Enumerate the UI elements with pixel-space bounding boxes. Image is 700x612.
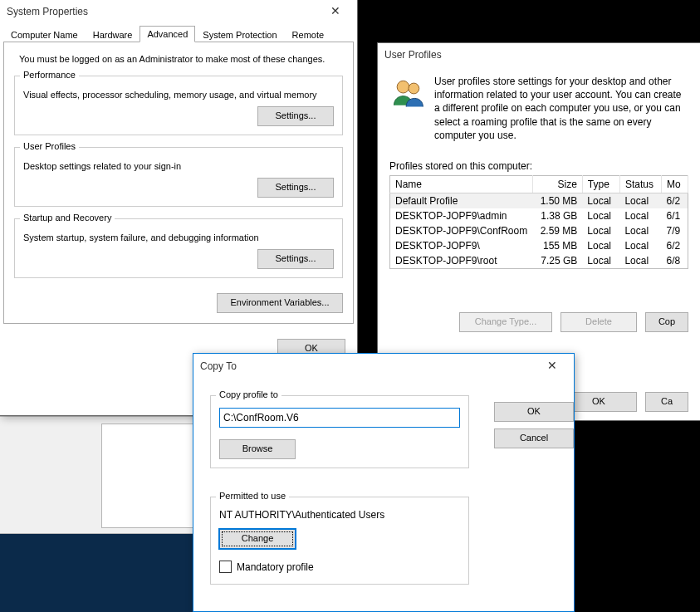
- cell-size: 2.59 MB: [532, 223, 582, 238]
- user-profiles-cancel-button[interactable]: Ca: [645, 392, 688, 412]
- titlebar-copy-to[interactable]: Copy To ✕: [193, 354, 574, 379]
- tabs-system-properties: Computer Name Hardware Advanced System P…: [0, 23, 357, 42]
- users-icon: [389, 75, 426, 111]
- change-type-button[interactable]: Change Type...: [459, 312, 552, 332]
- cell-modified: 6/2: [662, 238, 688, 253]
- cell-modified: 6/8: [662, 253, 688, 269]
- tab-hardware[interactable]: Hardware: [86, 27, 140, 42]
- title-user-profiles: User Profiles: [384, 49, 695, 61]
- cell-size: 7.25 GB: [532, 253, 582, 269]
- delete-button[interactable]: Delete: [560, 312, 637, 332]
- cell-name: DESKTOP-JOPF9\root: [390, 253, 533, 269]
- mandatory-profile-label: Mandatory profile: [237, 561, 314, 573]
- close-icon[interactable]: ✕: [536, 357, 569, 375]
- titlebar-user-profiles[interactable]: User Profiles: [378, 43, 700, 66]
- cell-status: Local: [619, 208, 661, 223]
- browse-button[interactable]: Browse: [219, 439, 296, 459]
- cell-modified: 7/9: [662, 223, 688, 238]
- col-size[interactable]: Size: [532, 175, 582, 193]
- permitted-value: NT AUTHORITY\Authenticated Users: [219, 509, 460, 521]
- title-copy-to: Copy To: [200, 360, 536, 372]
- cell-size: 1.38 GB: [532, 208, 582, 223]
- legend-startup: Startup and Recovery: [20, 213, 115, 223]
- desc-user-profiles: Desktop settings related to your sign-in: [23, 161, 334, 171]
- cell-modified: 6/2: [662, 193, 688, 208]
- tab-remote[interactable]: Remote: [285, 27, 332, 42]
- col-status[interactable]: Status: [619, 175, 661, 193]
- settings-user-profiles-button[interactable]: Settings...: [257, 178, 334, 198]
- cell-name: Default Profile: [390, 193, 533, 208]
- group-user-profiles: User Profiles Desktop settings related t…: [14, 147, 343, 207]
- cell-type: Local: [582, 193, 619, 208]
- stored-label: Profiles stored on this computer:: [389, 160, 688, 172]
- cell-type: Local: [582, 223, 619, 238]
- tabpanel-advanced: You must be logged on as an Administrato…: [3, 42, 354, 324]
- svg-point-1: [409, 83, 419, 94]
- cell-name: DESKTOP-JOPF9\admin: [390, 208, 533, 223]
- tab-system-protection[interactable]: System Protection: [195, 27, 284, 42]
- cell-status: Local: [619, 223, 661, 238]
- legend-copy-profile-to: Copy profile to: [216, 389, 281, 399]
- cell-status: Local: [619, 253, 661, 269]
- copyto-cancel-button[interactable]: Cancel: [494, 428, 574, 448]
- title-system-properties: System Properties: [7, 6, 319, 17]
- cell-modified: 6/1: [662, 208, 688, 223]
- cell-type: Local: [582, 208, 619, 223]
- copyto-ok-button[interactable]: OK: [494, 402, 574, 422]
- environment-variables-button[interactable]: Environment Variables...: [217, 293, 343, 313]
- cell-name: DESKTOP-JOPF9\ConfRoom: [390, 223, 533, 238]
- legend-permitted: Permitted to use: [216, 491, 289, 501]
- admin-note: You must be logged on as an Administrato…: [14, 51, 343, 64]
- close-icon[interactable]: ✕: [319, 2, 352, 21]
- titlebar-system-properties[interactable]: System Properties ✕: [0, 0, 357, 23]
- cell-size: 1.50 MB: [532, 193, 582, 208]
- cell-status: Local: [619, 238, 661, 253]
- change-button[interactable]: Change: [219, 529, 296, 549]
- settings-startup-button[interactable]: Settings...: [257, 249, 334, 269]
- checkbox-box[interactable]: [219, 561, 232, 573]
- mandatory-profile-checkbox[interactable]: Mandatory profile: [219, 561, 314, 573]
- svg-point-0: [397, 81, 409, 93]
- table-row[interactable]: DESKTOP-JOPF9\admin1.38 GBLocalLocal6/1: [390, 208, 688, 223]
- col-name[interactable]: Name: [390, 175, 533, 193]
- group-startup-recovery: Startup and Recovery System startup, sys…: [14, 218, 343, 278]
- tab-computer-name[interactable]: Computer Name: [3, 27, 86, 42]
- tab-advanced[interactable]: Advanced: [140, 26, 195, 42]
- legend-performance: Performance: [20, 70, 79, 80]
- cell-type: Local: [582, 253, 619, 269]
- col-modified[interactable]: Mo: [662, 175, 688, 193]
- cell-status: Local: [619, 193, 661, 208]
- user-profiles-description: User profiles store settings for your de…: [434, 75, 688, 142]
- group-permitted-to-use: Permitted to use NT AUTHORITY\Authentica…: [210, 497, 469, 585]
- profiles-table[interactable]: Name Size Type Status Mo Default Profile…: [389, 175, 688, 269]
- group-copy-profile-to: Copy profile to Browse: [210, 395, 469, 468]
- table-row[interactable]: DESKTOP-JOPF9\ConfRoom2.59 MBLocalLocal7…: [390, 223, 688, 238]
- settings-performance-button[interactable]: Settings...: [257, 106, 334, 126]
- desc-startup: System startup, system failure, and debu…: [23, 233, 334, 242]
- background-panel: [101, 424, 194, 528]
- group-performance: Performance Visual effects, processor sc…: [14, 76, 343, 135]
- col-type[interactable]: Type: [582, 175, 619, 193]
- profile-path-input[interactable]: [219, 408, 460, 428]
- cell-type: Local: [582, 238, 619, 253]
- window-copy-to: Copy To ✕ Copy profile to Browse Permitt…: [193, 353, 575, 612]
- legend-user-profiles: User Profiles: [20, 141, 79, 151]
- table-row[interactable]: DESKTOP-JOPF9\155 MBLocalLocal6/2: [390, 238, 688, 253]
- cell-name: DESKTOP-JOPF9\: [390, 238, 533, 253]
- desc-performance: Visual effects, processor scheduling, me…: [23, 90, 334, 100]
- cell-size: 155 MB: [532, 238, 582, 253]
- table-row[interactable]: DESKTOP-JOPF9\root7.25 GBLocalLocal6/8: [390, 253, 688, 269]
- table-row[interactable]: Default Profile1.50 MBLocalLocal6/2: [390, 193, 688, 208]
- copy-to-button[interactable]: Cop: [645, 312, 688, 332]
